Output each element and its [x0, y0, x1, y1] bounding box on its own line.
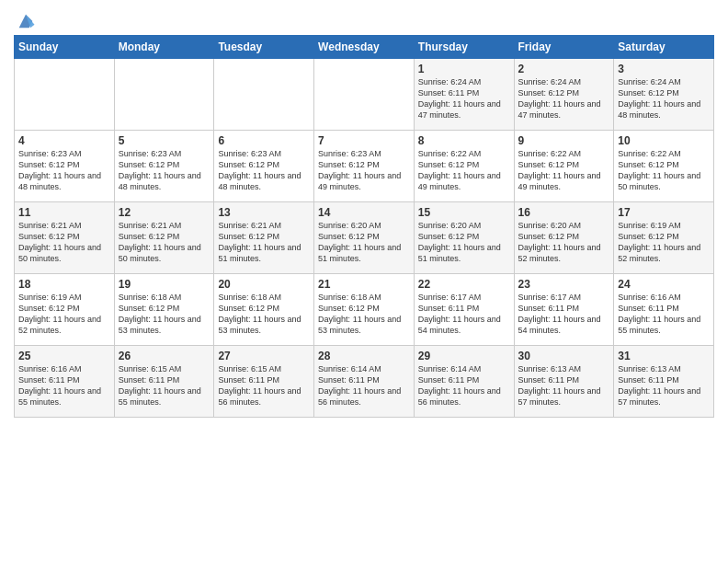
calendar-cell: 29Sunrise: 6:14 AM Sunset: 6:11 PM Dayli…	[414, 346, 514, 418]
day-number: 18	[18, 278, 110, 291]
day-info: Sunrise: 6:18 AM Sunset: 6:12 PM Dayligh…	[119, 292, 210, 337]
calendar-cell: 22Sunrise: 6:17 AM Sunset: 6:11 PM Dayli…	[414, 274, 514, 346]
day-info: Sunrise: 6:21 AM Sunset: 6:12 PM Dayligh…	[218, 220, 310, 265]
day-number: 2	[518, 63, 610, 75]
day-number: 26	[119, 350, 210, 362]
calendar-cell: 10Sunrise: 6:22 AM Sunset: 6:12 PM Dayli…	[614, 131, 714, 202]
day-info: Sunrise: 6:20 AM Sunset: 6:12 PM Dayligh…	[418, 220, 510, 265]
calendar-cell: 6Sunrise: 6:23 AM Sunset: 6:12 PM Daylig…	[214, 131, 314, 202]
day-info: Sunrise: 6:22 AM Sunset: 6:12 PM Dayligh…	[618, 148, 710, 193]
calendar-cell: 1Sunrise: 6:24 AM Sunset: 6:11 PM Daylig…	[414, 59, 514, 131]
day-number: 4	[18, 134, 110, 147]
day-number: 24	[618, 278, 710, 291]
calendar-week-2: 4Sunrise: 6:23 AM Sunset: 6:12 PM Daylig…	[15, 131, 714, 202]
day-info: Sunrise: 6:18 AM Sunset: 6:12 PM Dayligh…	[318, 292, 410, 337]
day-number: 31	[618, 350, 710, 362]
calendar-cell: 8Sunrise: 6:22 AM Sunset: 6:12 PM Daylig…	[414, 131, 514, 202]
calendar-cell: 21Sunrise: 6:18 AM Sunset: 6:12 PM Dayli…	[314, 274, 415, 346]
day-info: Sunrise: 6:22 AM Sunset: 6:12 PM Dayligh…	[518, 148, 610, 193]
day-info: Sunrise: 6:23 AM Sunset: 6:12 PM Dayligh…	[218, 148, 310, 193]
day-number: 14	[318, 206, 410, 219]
calendar-cell: 31Sunrise: 6:13 AM Sunset: 6:11 PM Dayli…	[614, 346, 714, 418]
calendar-week-5: 25Sunrise: 6:16 AM Sunset: 6:11 PM Dayli…	[15, 346, 714, 418]
day-number: 17	[618, 206, 710, 219]
calendar-cell: 28Sunrise: 6:14 AM Sunset: 6:11 PM Dayli…	[314, 346, 415, 418]
day-info: Sunrise: 6:24 AM Sunset: 6:11 PM Dayligh…	[418, 76, 510, 121]
day-info: Sunrise: 6:19 AM Sunset: 6:12 PM Dayligh…	[18, 292, 110, 337]
calendar-cell: 15Sunrise: 6:20 AM Sunset: 6:12 PM Dayli…	[414, 202, 514, 274]
calendar-cell: 11Sunrise: 6:21 AM Sunset: 6:12 PM Dayli…	[15, 202, 115, 274]
day-number: 13	[218, 206, 310, 219]
day-info: Sunrise: 6:13 AM Sunset: 6:11 PM Dayligh…	[518, 363, 610, 408]
day-info: Sunrise: 6:21 AM Sunset: 6:12 PM Dayligh…	[119, 220, 210, 265]
day-info: Sunrise: 6:23 AM Sunset: 6:12 PM Dayligh…	[119, 148, 210, 193]
day-info: Sunrise: 6:23 AM Sunset: 6:12 PM Dayligh…	[318, 148, 410, 193]
calendar-cell: 27Sunrise: 6:15 AM Sunset: 6:11 PM Dayli…	[214, 346, 314, 418]
header	[14, 9, 714, 31]
calendar-week-4: 18Sunrise: 6:19 AM Sunset: 6:12 PM Dayli…	[15, 274, 714, 346]
calendar-cell: 3Sunrise: 6:24 AM Sunset: 6:12 PM Daylig…	[614, 59, 714, 131]
day-info: Sunrise: 6:13 AM Sunset: 6:11 PM Dayligh…	[618, 363, 710, 408]
day-info: Sunrise: 6:17 AM Sunset: 6:11 PM Dayligh…	[418, 292, 510, 337]
calendar-table: SundayMondayTuesdayWednesdayThursdayFrid…	[14, 35, 714, 418]
day-info: Sunrise: 6:14 AM Sunset: 6:11 PM Dayligh…	[318, 363, 410, 408]
calendar-cell	[114, 59, 214, 131]
day-info: Sunrise: 6:15 AM Sunset: 6:11 PM Dayligh…	[218, 363, 310, 408]
day-number: 3	[618, 63, 710, 75]
day-number: 29	[418, 350, 510, 362]
day-info: Sunrise: 6:18 AM Sunset: 6:12 PM Dayligh…	[218, 292, 310, 337]
day-number: 27	[218, 350, 310, 362]
day-number: 6	[218, 134, 310, 147]
calendar-cell: 26Sunrise: 6:15 AM Sunset: 6:11 PM Dayli…	[114, 346, 214, 418]
calendar-week-1: 1Sunrise: 6:24 AM Sunset: 6:11 PM Daylig…	[15, 59, 714, 131]
day-number: 15	[418, 206, 510, 219]
calendar-cell	[214, 59, 314, 131]
day-number: 10	[618, 134, 710, 147]
day-header-wednesday: Wednesday	[314, 36, 415, 59]
day-number: 9	[518, 134, 610, 147]
day-number: 8	[418, 134, 510, 147]
calendar-cell: 16Sunrise: 6:20 AM Sunset: 6:12 PM Dayli…	[514, 202, 614, 274]
day-header-tuesday: Tuesday	[214, 36, 314, 59]
day-info: Sunrise: 6:19 AM Sunset: 6:12 PM Dayligh…	[618, 220, 710, 265]
day-number: 7	[318, 134, 410, 147]
calendar-cell: 23Sunrise: 6:17 AM Sunset: 6:11 PM Dayli…	[514, 274, 614, 346]
day-number: 23	[518, 278, 610, 291]
calendar-cell: 9Sunrise: 6:22 AM Sunset: 6:12 PM Daylig…	[514, 131, 614, 202]
day-info: Sunrise: 6:16 AM Sunset: 6:11 PM Dayligh…	[18, 363, 110, 408]
calendar-cell: 20Sunrise: 6:18 AM Sunset: 6:12 PM Dayli…	[214, 274, 314, 346]
calendar-cell: 13Sunrise: 6:21 AM Sunset: 6:12 PM Dayli…	[214, 202, 314, 274]
day-info: Sunrise: 6:22 AM Sunset: 6:12 PM Dayligh…	[418, 148, 510, 193]
day-info: Sunrise: 6:14 AM Sunset: 6:11 PM Dayligh…	[418, 363, 510, 408]
day-header-sunday: Sunday	[15, 36, 115, 59]
day-info: Sunrise: 6:20 AM Sunset: 6:12 PM Dayligh…	[518, 220, 610, 265]
logo-icon	[16, 11, 36, 31]
calendar-cell: 17Sunrise: 6:19 AM Sunset: 6:12 PM Dayli…	[614, 202, 714, 274]
day-number: 1	[418, 63, 510, 75]
day-number: 28	[318, 350, 410, 362]
day-number: 11	[18, 206, 110, 219]
day-info: Sunrise: 6:23 AM Sunset: 6:12 PM Dayligh…	[18, 148, 110, 193]
day-number: 21	[318, 278, 410, 291]
calendar-week-3: 11Sunrise: 6:21 AM Sunset: 6:12 PM Dayli…	[15, 202, 714, 274]
calendar-cell: 12Sunrise: 6:21 AM Sunset: 6:12 PM Dayli…	[114, 202, 214, 274]
calendar-cell	[15, 59, 115, 131]
calendar-cell: 25Sunrise: 6:16 AM Sunset: 6:11 PM Dayli…	[15, 346, 115, 418]
calendar-cell: 24Sunrise: 6:16 AM Sunset: 6:11 PM Dayli…	[614, 274, 714, 346]
day-header-friday: Friday	[514, 36, 614, 59]
day-number: 22	[418, 278, 510, 291]
day-number: 16	[518, 206, 610, 219]
day-info: Sunrise: 6:17 AM Sunset: 6:11 PM Dayligh…	[518, 292, 610, 337]
day-number: 20	[218, 278, 310, 291]
calendar-cell: 4Sunrise: 6:23 AM Sunset: 6:12 PM Daylig…	[15, 131, 115, 202]
day-header-monday: Monday	[114, 36, 214, 59]
day-info: Sunrise: 6:16 AM Sunset: 6:11 PM Dayligh…	[618, 292, 710, 337]
calendar-cell: 2Sunrise: 6:24 AM Sunset: 6:12 PM Daylig…	[514, 59, 614, 131]
calendar-cell: 7Sunrise: 6:23 AM Sunset: 6:12 PM Daylig…	[314, 131, 415, 202]
day-number: 25	[18, 350, 110, 362]
day-info: Sunrise: 6:15 AM Sunset: 6:11 PM Dayligh…	[119, 363, 210, 408]
day-number: 19	[119, 278, 210, 291]
calendar-cell: 19Sunrise: 6:18 AM Sunset: 6:12 PM Dayli…	[114, 274, 214, 346]
day-number: 5	[119, 134, 210, 147]
day-info: Sunrise: 6:20 AM Sunset: 6:12 PM Dayligh…	[318, 220, 410, 265]
